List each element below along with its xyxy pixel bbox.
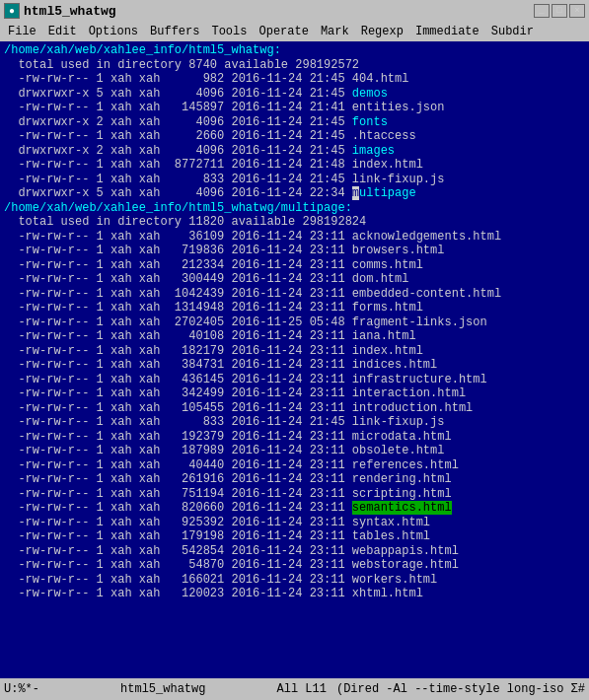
editor-line: total used in directory 11820 available … <box>4 215 585 230</box>
editor-line: -rw-rw-r-- 1 xah xah 833 2016-11-24 21:4… <box>4 415 585 430</box>
editor-line: -rw-rw-r-- 1 xah xah 751194 2016-11-24 2… <box>4 487 585 502</box>
menu-item-mark[interactable]: Mark <box>315 24 355 39</box>
menu-item-options[interactable]: Options <box>83 24 144 39</box>
editor-line: -rw-rw-r-- 1 xah xah 719836 2016-11-24 2… <box>4 244 585 258</box>
status-mode: U:%*- <box>4 682 49 696</box>
editor-line: -rw-rw-r-- 1 xah xah 182179 2016-11-24 2… <box>4 344 585 359</box>
status-extra: (Dired -Al --time-style long-iso Σ# <box>336 682 585 696</box>
menu-item-tools[interactable]: Tools <box>205 24 253 39</box>
editor-line: -rw-rw-r-- 1 xah xah 187989 2016-11-24 2… <box>4 444 585 458</box>
editor-line: /home/xah/web/xahlee_info/html5_whatwg/m… <box>4 201 585 216</box>
editor-line: -rw-rw-r-- 1 xah xah 120023 2016-11-24 2… <box>4 587 585 601</box>
editor-line: -rw-rw-r-- 1 xah xah 925392 2016-11-24 2… <box>4 516 585 530</box>
menu-item-operate[interactable]: Operate <box>253 24 314 39</box>
status-bar: U:%*- html5_whatwg All L11 (Dired -Al --… <box>0 678 589 700</box>
editor-line: -rw-rw-r-- 1 xah xah 833 2016-11-24 21:4… <box>4 173 585 187</box>
menu-item-edit[interactable]: Edit <box>42 24 83 39</box>
editor-line: drwxrwxr-x 2 xah xah 4096 2016-11-24 21:… <box>4 144 585 159</box>
editor-line: -rw-rw-r-- 1 xah xah 542854 2016-11-24 2… <box>4 544 585 559</box>
editor-line: -rw-rw-r-- 1 xah xah 105455 2016-11-24 2… <box>4 401 585 416</box>
editor-line: -rw-rw-r-- 1 xah xah 212334 2016-11-24 2… <box>4 258 585 273</box>
menu-bar: FileEditOptionsBuffersToolsOperateMarkRe… <box>0 22 589 41</box>
editor-line: -rw-rw-r-- 1 xah xah 436145 2016-11-24 2… <box>4 373 585 387</box>
menu-item-subdir[interactable]: Subdir <box>485 24 540 39</box>
editor-line: -rw-rw-r-- 1 xah xah 40108 2016-11-24 23… <box>4 329 585 344</box>
editor-line: -rw-rw-r-- 1 xah xah 982 2016-11-24 21:4… <box>4 72 585 87</box>
editor-line: -rw-rw-r-- 1 xah xah 820660 2016-11-24 2… <box>4 501 585 516</box>
editor-line: -rw-rw-r-- 1 xah xah 40440 2016-11-24 23… <box>4 458 585 473</box>
editor-line: -rw-rw-r-- 1 xah xah 342499 2016-11-24 2… <box>4 386 585 401</box>
status-position: All L11 <box>277 682 327 696</box>
editor-line: -rw-rw-r-- 1 xah xah 54870 2016-11-24 23… <box>4 558 585 573</box>
editor-line: drwxrwxr-x 2 xah xah 4096 2016-11-24 21:… <box>4 115 585 130</box>
editor-line: -rw-rw-r-- 1 xah xah 179198 2016-11-24 2… <box>4 529 585 544</box>
editor-line: -rw-rw-r-- 1 xah xah 1042439 2016-11-24 … <box>4 287 585 302</box>
editor-line: -rw-rw-r-- 1 xah xah 145897 2016-11-24 2… <box>4 101 585 115</box>
menu-item-file[interactable]: File <box>2 24 42 39</box>
editor-line: -rw-rw-r-- 1 xah xah 2660 2016-11-24 21:… <box>4 129 585 144</box>
menu-item-regexp[interactable]: Regexp <box>355 24 409 39</box>
status-buffer: html5_whatwg <box>49 682 277 696</box>
maximize-button[interactable]: □ <box>552 4 567 18</box>
close-button[interactable]: × <box>569 4 585 18</box>
editor-line: -rw-rw-r-- 1 xah xah 36109 2016-11-24 23… <box>4 230 585 245</box>
menu-item-buffers[interactable]: Buffers <box>144 24 205 39</box>
editor-line: -rw-rw-r-- 1 xah xah 2702405 2016-11-25 … <box>4 315 585 330</box>
editor-line: drwxrwxr-x 5 xah xah 4096 2016-11-24 21:… <box>4 87 585 102</box>
editor-line: -rw-rw-r-- 1 xah xah 300449 2016-11-24 2… <box>4 272 585 287</box>
editor-line: -rw-rw-r-- 1 xah xah 166021 2016-11-24 2… <box>4 573 585 588</box>
minimize-button[interactable]: _ <box>534 4 550 18</box>
editor-line: drwxrwxr-x 5 xah xah 4096 2016-11-24 22:… <box>4 186 585 201</box>
window-title: html5_whatwg <box>24 4 116 19</box>
editor-line: -rw-rw-r-- 1 xah xah 1314948 2016-11-24 … <box>4 301 585 315</box>
editor-line: -rw-rw-r-- 1 xah xah 384731 2016-11-24 2… <box>4 358 585 373</box>
menu-item-immediate[interactable]: Immediate <box>409 24 485 39</box>
app-icon: ● <box>4 3 20 19</box>
editor-line: total used in directory 8740 available 2… <box>4 58 585 73</box>
editor-line: -rw-rw-r-- 1 xah xah 8772711 2016-11-24 … <box>4 158 585 173</box>
editor-line: /home/xah/web/xahlee_info/html5_whatwg: <box>4 43 585 58</box>
editor-line: -rw-rw-r-- 1 xah xah 192379 2016-11-24 2… <box>4 430 585 445</box>
editor-line: -rw-rw-r-- 1 xah xah 261916 2016-11-24 2… <box>4 472 585 487</box>
editor-area: /home/xah/web/xahlee_info/html5_whatwg: … <box>0 41 589 678</box>
title-bar: ● html5_whatwg _ □ × <box>0 0 589 22</box>
